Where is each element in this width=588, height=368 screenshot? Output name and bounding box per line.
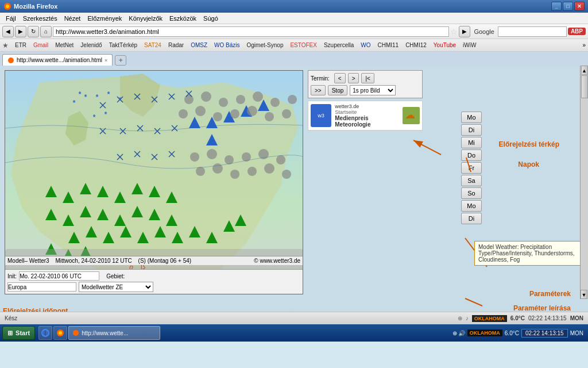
logo-text: wetter3.de Startseite Medienpreis Meteor… [335,103,399,128]
tray-icon-2[interactable]: 🔊 [458,330,465,336]
ql-firefox[interactable] [53,326,67,340]
close-button[interactable]: ✕ [574,2,585,11]
bookmark-gmail[interactable]: Gmail [30,41,51,49]
menu-bookmarks[interactable]: Könyvjelzők [125,14,166,23]
gebiet-label: Gebiet: [106,273,125,279]
menu-edit[interactable]: Szerkesztés [20,14,61,23]
control-bar: Init: Gebiet: Modellwetter ZE [5,269,303,294]
vertical-scrollbar[interactable]: ▲ ▼ [580,66,588,299]
next-button[interactable]: > [348,73,359,83]
day-fr[interactable]: Fr [461,162,482,174]
home-button[interactable]: ⌂ [40,26,52,37]
main-content: * * * * * * * * ß ß [0,66,588,312]
start-button[interactable]: ⊞ Start [2,326,35,340]
bookmark-taktterkep[interactable]: TaktTérkép [106,41,140,49]
copyright-info: © www.wetter3.de [254,258,300,264]
bookmark-wo[interactable]: WO [358,41,373,49]
bookmark-wobazis[interactable]: WO Bázis [211,41,242,49]
day-di2[interactable]: Di [461,213,482,224]
bookmark-chmi12[interactable]: CHMI12 [403,41,430,49]
new-tab-button[interactable]: + [115,55,126,66]
bookmark-szupercella[interactable]: Szupercella [321,41,357,49]
day-mo1[interactable]: Mo [461,112,482,123]
day-mo2[interactable]: Mo [461,200,482,212]
svg-point-53 [282,109,291,118]
last-button[interactable]: |< [361,73,374,83]
menu-file[interactable]: Fájl [2,14,20,23]
model-select[interactable]: Modellwetter ZE [79,282,153,292]
tray-day: MON [570,330,583,336]
search-input[interactable] [498,26,567,37]
menu-tools[interactable]: Eszközök [166,14,200,23]
active-window-button[interactable]: http://www.wette... [68,326,160,340]
gebiet-row: Modellwetter ZE [7,282,300,292]
bookmarks-more[interactable]: » [582,42,586,48]
abp-btn[interactable]: ABP [568,28,586,35]
bookmark-iwiww[interactable]: iWiW [460,41,479,49]
bookmark-ogimet[interactable]: Ogimet-Synop [244,41,287,49]
annotation-param-desc: Paraméter leírása [513,304,571,312]
termin-row: Termin: < > |< [311,73,420,83]
bookmark-etr[interactable]: ETR [12,41,29,49]
bookmark-omsz[interactable]: OMSZ [188,41,210,49]
day-sa[interactable]: Sa [461,175,482,186]
model-desc-box: Model Weather: Precipitation Type/Phase/… [474,241,583,266]
model-desc-text: Model Weather: Precipitation Type/Phase/… [478,244,575,263]
menu-help[interactable]: Súgó [200,14,222,23]
scroll-down[interactable]: ▼ [581,290,587,299]
svg-point-117 [44,329,47,336]
svg-text:*: * [96,93,99,101]
menu-history[interactable]: Előzmények [84,14,125,23]
logo-line1: wetter3.de [335,103,399,109]
nav-play[interactable]: ▶ [459,26,470,37]
clock-time: 02:22 14:13:15 [525,330,564,336]
bookmark-metnet[interactable]: MetNet [52,41,76,49]
day-do[interactable]: Do [461,150,482,161]
tab-close-button[interactable]: × [105,57,107,63]
day-di1[interactable]: Di [461,124,482,136]
minimize-button[interactable]: _ [551,2,562,11]
init-input[interactable] [19,271,99,281]
bookmark-estofex[interactable]: ESTOFEX [287,41,320,49]
fast-button[interactable]: >> [311,85,326,95]
refresh-button[interactable]: ↻ [28,26,39,37]
forward-button[interactable]: ▶ [15,26,26,37]
address-bar[interactable] [53,26,449,37]
tray-icon-1[interactable]: ⊕ [452,330,457,336]
svg-point-47 [179,109,188,118]
svg-point-63 [247,167,257,176]
bookmark-chmi11[interactable]: CHMI11 [374,41,401,49]
svg-point-116 [42,329,49,336]
termin-panel: Termin: < > |< >> Stop 1s pro Bild [308,70,423,98]
svg-text:*: * [73,99,76,107]
back-button[interactable]: ◀ [2,26,14,37]
scroll-up[interactable]: ▲ [581,66,588,75]
svg-point-55 [207,149,217,159]
prev-button[interactable]: < [334,73,346,83]
bookmark-youtube[interactable]: YouTube [431,41,459,49]
system-tray: ⊕ 🔊 OKLAHOMA 6.0°C 02:22 14:13:15 MON [452,329,586,338]
logo-line2: Startseite [335,109,399,115]
speed-select[interactable]: 1s pro Bild [350,85,396,95]
svg-text:*: * [79,90,82,98]
annotation-days: Napok [518,160,539,168]
scroll-thumb[interactable] [581,75,588,98]
menu-view[interactable]: Nézet [61,14,84,23]
tab-main[interactable]: http://www.wette.../animation.html × [2,54,113,66]
start-icon: ⊞ [7,329,13,336]
nav-bar: ◀ ▶ ↻ ⌂ ☆ ▶ Google ABP [0,24,588,39]
ql-ie[interactable] [38,326,52,340]
model-info: Modell– Wetter3 [7,258,49,264]
maximize-button[interactable]: □ [563,2,573,11]
stop-button[interactable]: Stop [328,85,348,95]
nav-star[interactable]: ☆ [450,27,458,36]
svg-point-43 [236,95,245,104]
gebiet-input[interactable] [7,282,76,292]
bookmark-radar[interactable]: Radar [165,41,187,49]
day-mi[interactable]: Mi [461,137,482,148]
bookmark-sat24[interactable]: SAT24 [141,41,164,49]
bookmark-jelenido[interactable]: Jelenidő [78,41,105,49]
svg-point-62 [230,170,239,179]
svg-point-2 [8,57,14,63]
day-so[interactable]: So [461,187,482,199]
